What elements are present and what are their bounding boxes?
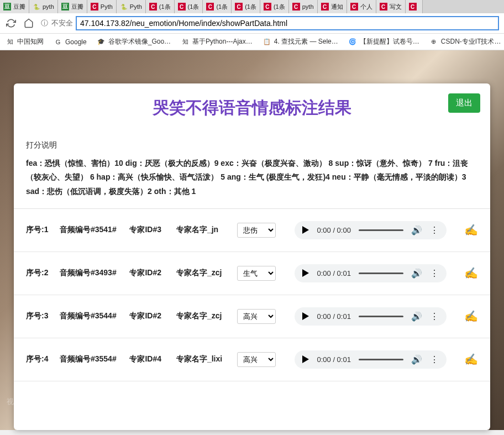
description-text: fea：恐惧（惊惶、害怕）10 dig：厌恶（极大的反感）9 exc：兴奋（极度… bbox=[26, 156, 478, 198]
progress-bar[interactable] bbox=[359, 359, 403, 360]
tab-label: Pyth bbox=[130, 3, 142, 10]
url-input[interactable] bbox=[76, 17, 498, 30]
browser-tab[interactable]: C(1条 bbox=[260, 0, 289, 13]
emotion-select[interactable]: 悲伤生气高兴恐惧厌恶兴奋惊讶沮丧平静其他 bbox=[237, 223, 276, 238]
data-row: 序号:4 音频编号#3554# 专家ID#4 专家名字_lixi 悲伤生气高兴恐… bbox=[14, 338, 490, 381]
play-icon[interactable] bbox=[302, 312, 309, 320]
browser-tab[interactable]: 豆豆瓣 bbox=[0, 0, 29, 13]
bookmark-icon: 🎓 bbox=[97, 38, 106, 46]
bookmark-item[interactable]: 📋4. 查找元素 — Sele… bbox=[262, 37, 338, 46]
audio-player[interactable]: 0:00 / 0:00 🔊 ⋮ bbox=[295, 221, 447, 239]
security-label: 不安全 bbox=[51, 18, 73, 28]
bookmark-item[interactable]: GGoogle bbox=[54, 38, 87, 46]
tab-favicon: C bbox=[350, 3, 358, 11]
audio-player[interactable]: 0:00 / 0:01 🔊 ⋮ bbox=[295, 264, 447, 282]
tab-label: Pyth bbox=[101, 3, 113, 10]
bookmark-icon: G bbox=[54, 38, 62, 46]
browser-tab[interactable]: Cpyth bbox=[289, 0, 318, 13]
bookmark-icon: 知 bbox=[181, 38, 190, 46]
tab-label: (1条 bbox=[245, 3, 256, 11]
browser-tab[interactable]: 豆豆瓣 bbox=[58, 0, 87, 13]
browser-tab[interactable]: C通知 bbox=[318, 0, 347, 13]
tab-favicon: C bbox=[380, 3, 387, 11]
tab-label: (1条 bbox=[216, 3, 228, 11]
row-seq: 序号:3 bbox=[26, 311, 52, 321]
browser-tab[interactable]: C(1条 bbox=[232, 0, 260, 13]
bookmark-item[interactable]: 知中国知网 bbox=[6, 37, 44, 46]
row-expert-id: 专家ID#2 bbox=[129, 268, 168, 278]
browser-tab[interactable]: 🐍pyth bbox=[29, 0, 58, 13]
audio-menu-icon[interactable]: ⋮ bbox=[430, 354, 439, 365]
bookmark-label: 4. 查找元素 — Sele… bbox=[274, 37, 338, 46]
edit-icon[interactable]: ✍ bbox=[464, 310, 478, 323]
emotion-select[interactable]: 悲伤生气高兴恐惧厌恶兴奋惊讶沮丧平静其他 bbox=[237, 309, 276, 324]
tab-label: (1条 bbox=[274, 3, 285, 11]
play-icon[interactable] bbox=[302, 269, 309, 277]
browser-tab[interactable]: C bbox=[406, 0, 423, 13]
bookmark-label: CSDN-专业IT技术… bbox=[441, 37, 501, 46]
bookmark-item[interactable]: 🎓谷歌学术镜像_Goo… bbox=[97, 37, 171, 46]
tab-favicon: 豆 bbox=[61, 3, 69, 11]
tab-label: 写文 bbox=[390, 3, 402, 11]
browser-tab[interactable]: 🐍Pyth bbox=[117, 0, 146, 13]
audio-menu-icon[interactable]: ⋮ bbox=[430, 268, 439, 279]
volume-icon[interactable]: 🔊 bbox=[411, 225, 422, 235]
volume-icon[interactable]: 🔊 bbox=[411, 268, 422, 279]
bookmark-icon: 知 bbox=[6, 38, 14, 46]
audio-time: 0:00 / 0:01 bbox=[317, 355, 350, 364]
exit-button[interactable]: 退出 bbox=[448, 93, 480, 113]
insecure-icon: ⓘ bbox=[41, 18, 48, 28]
browser-tab[interactable]: C写文 bbox=[376, 0, 406, 13]
reload-icon[interactable] bbox=[6, 18, 17, 29]
progress-bar[interactable] bbox=[359, 272, 403, 274]
progress-bar[interactable] bbox=[359, 229, 403, 231]
audio-player[interactable]: 0:00 / 0:01 🔊 ⋮ bbox=[295, 307, 447, 326]
row-expert-name: 专家名字_zcj bbox=[176, 311, 229, 321]
row-expert-name: 专家名字_jn bbox=[176, 225, 229, 235]
row-seq: 序号:4 bbox=[26, 354, 52, 364]
bookmark-item[interactable]: 知基于Python---Ajax… bbox=[181, 37, 253, 46]
row-expert-id: 专家ID#3 bbox=[129, 225, 168, 235]
emotion-select[interactable]: 悲伤生气高兴恐惧厌恶兴奋惊讶沮丧平静其他 bbox=[237, 352, 276, 367]
tab-favicon: C bbox=[206, 3, 214, 11]
progress-bar[interactable] bbox=[359, 316, 403, 317]
tab-label: 个人 bbox=[360, 3, 372, 11]
tab-label: pyth bbox=[302, 3, 314, 10]
tab-favicon: C bbox=[264, 3, 271, 11]
edit-icon[interactable]: ✍ bbox=[464, 353, 478, 366]
tab-favicon: C bbox=[149, 3, 157, 11]
bookmark-item[interactable]: 🌀【新提醒】试卷号… bbox=[348, 37, 419, 46]
audio-time: 0:00 / 0:01 bbox=[317, 312, 350, 321]
description-title: 打分说明 bbox=[26, 138, 478, 152]
row-expert-id: 专家ID#2 bbox=[129, 311, 168, 321]
url-bar: ⓘ 不安全 bbox=[41, 17, 498, 30]
bookmarks-bar: 知中国知网GGoogle🎓谷歌学术镜像_Goo…知基于Python---Ajax… bbox=[0, 34, 504, 50]
bookmark-item[interactable]: ⊕CSDN-专业IT技术… bbox=[429, 37, 501, 46]
edit-icon[interactable]: ✍ bbox=[464, 223, 478, 237]
data-row: 序号:2 音频编号#3493# 专家ID#2 专家名字_zcj 悲伤生气高兴恐惧… bbox=[14, 252, 490, 295]
tab-favicon: 🐍 bbox=[33, 3, 40, 11]
audio-menu-icon[interactable]: ⋮ bbox=[430, 311, 439, 322]
volume-icon[interactable]: 🔊 bbox=[411, 354, 422, 365]
browser-tab[interactable]: CPyth bbox=[87, 0, 117, 13]
bookmark-label: Google bbox=[65, 38, 87, 46]
audio-player[interactable]: 0:00 / 0:01 🔊 ⋮ bbox=[295, 350, 447, 369]
browser-tab[interactable]: C(1条 bbox=[175, 0, 203, 13]
edit-icon[interactable]: ✍ bbox=[464, 266, 478, 280]
play-icon[interactable] bbox=[302, 355, 309, 363]
home-icon[interactable] bbox=[23, 18, 34, 29]
audio-menu-icon[interactable]: ⋮ bbox=[430, 225, 439, 235]
emotion-select[interactable]: 悲伤生气高兴恐惧厌恶兴奋惊讶沮丧平静其他 bbox=[237, 266, 276, 281]
audio-time: 0:00 / 0:00 bbox=[317, 226, 350, 234]
tab-label: (1条 bbox=[159, 3, 171, 11]
browser-tab[interactable]: C(1条 bbox=[146, 0, 175, 13]
browser-tab[interactable]: C个人 bbox=[347, 0, 376, 13]
tab-favicon: 🐍 bbox=[120, 3, 128, 11]
browser-tab[interactable]: C(1条 bbox=[203, 0, 232, 13]
bookmark-label: 【新提醒】试卷号… bbox=[360, 37, 419, 46]
watermark: https://blog.csdn.net/qq_36523007 bbox=[372, 413, 482, 421]
row-expert-name: 专家名字_zcj bbox=[176, 268, 229, 278]
play-icon[interactable] bbox=[302, 226, 309, 234]
tab-favicon: 豆 bbox=[3, 3, 11, 11]
volume-icon[interactable]: 🔊 bbox=[411, 311, 422, 322]
